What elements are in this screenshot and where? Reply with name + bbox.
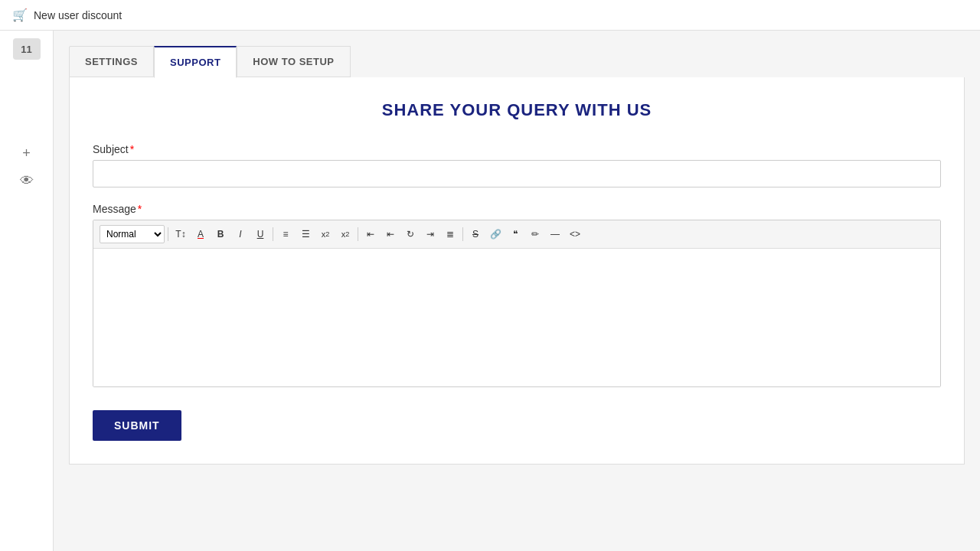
tab-how-to-setup[interactable]: HOW TO SETUP	[237, 46, 350, 77]
subject-group: Subject*	[93, 143, 941, 187]
eye-icon[interactable]: 👁	[13, 170, 41, 191]
format-select[interactable]: Normal Heading 1 Heading 2 Heading 3	[100, 225, 165, 243]
underline-button[interactable]: U	[251, 225, 270, 243]
message-label: Message*	[93, 203, 941, 215]
blockquote-button[interactable]: ❝	[506, 225, 524, 243]
submit-button[interactable]: SUBMIT	[93, 410, 181, 441]
editor-body[interactable]	[93, 249, 940, 386]
add-icon[interactable]: +	[13, 142, 41, 164]
message-group: Message* Normal Heading 1 Heading 2 Head…	[93, 203, 941, 387]
editor-toolbar: Normal Heading 1 Heading 2 Heading 3 T↕ …	[93, 220, 940, 249]
layout: 11 + 👁 SETTINGS SUPPORT HOW TO SETUP SHA…	[0, 31, 980, 551]
font-color-button[interactable]: A	[191, 225, 210, 243]
subject-input[interactable]	[93, 160, 941, 187]
top-bar: 🛒 New user discount	[0, 0, 980, 31]
eraser-button[interactable]: ✏	[526, 225, 544, 243]
main-content: SETTINGS SUPPORT HOW TO SETUP SHARE YOUR…	[54, 31, 980, 551]
toolbar-sep-4	[462, 227, 463, 241]
message-required: *	[138, 203, 142, 215]
italic-button[interactable]: I	[231, 225, 250, 243]
hr-button[interactable]: —	[546, 225, 564, 243]
align-center-button[interactable]: ↻	[401, 225, 420, 243]
tab-content: SHARE YOUR QUERY WITH US Subject* Messag…	[69, 77, 965, 465]
toolbar-sep-2	[273, 227, 273, 241]
align-left-button[interactable]: ⇤	[381, 225, 400, 243]
code-button[interactable]: <>	[566, 225, 584, 243]
toolbar-sep-3	[358, 227, 358, 241]
align-right-button[interactable]: ⇥	[421, 225, 439, 243]
ordered-list-button[interactable]: ≡	[276, 225, 295, 243]
bold-button[interactable]: B	[211, 225, 230, 243]
toolbar-sep-1	[168, 227, 168, 241]
sidebar-badge[interactable]: 11	[13, 38, 41, 60]
top-bar-left: 🛒 New user discount	[12, 8, 122, 22]
tab-support[interactable]: SUPPORT	[154, 46, 237, 78]
cart-icon: 🛒	[12, 8, 28, 22]
font-size-button[interactable]: T↕	[172, 225, 190, 243]
discount-label: New user discount	[34, 9, 122, 21]
unordered-list-button[interactable]: ☰	[296, 225, 315, 243]
subscript-button[interactable]: x2	[316, 225, 335, 243]
link-button[interactable]: 🔗	[486, 225, 505, 243]
tab-settings[interactable]: SETTINGS	[69, 46, 154, 77]
subject-required: *	[130, 143, 134, 155]
subject-label: Subject*	[93, 143, 941, 155]
strikethrough-button[interactable]: S	[466, 225, 485, 243]
superscript-button[interactable]: x2	[336, 225, 354, 243]
justify-button[interactable]: ≣	[441, 225, 459, 243]
indent-button[interactable]: ⇤	[361, 225, 380, 243]
sidebar: 11 + 👁	[0, 31, 54, 551]
tab-bar: SETTINGS SUPPORT HOW TO SETUP	[69, 46, 965, 77]
form-title: SHARE YOUR QUERY WITH US	[93, 100, 941, 120]
rich-text-editor: Normal Heading 1 Heading 2 Heading 3 T↕ …	[93, 220, 941, 387]
